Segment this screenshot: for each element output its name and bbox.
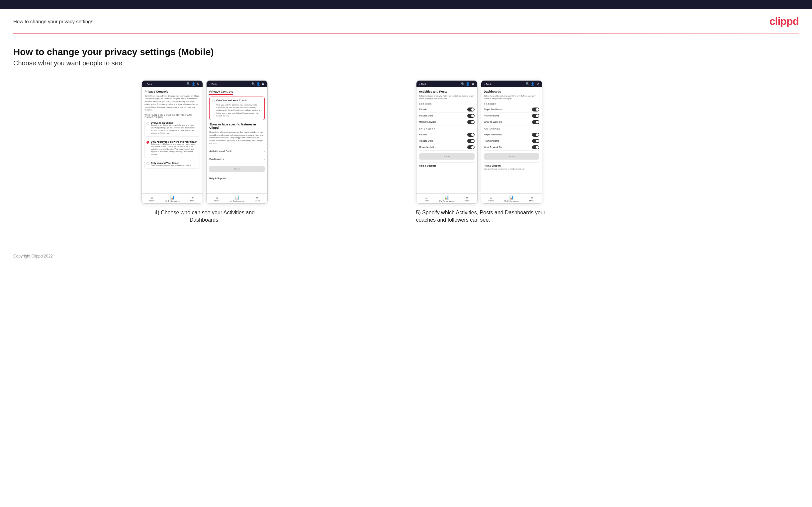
bottom-nav-perf-3[interactable]: 📊 My Performance [437, 194, 457, 204]
mockup2-topbar: ‹ Back 🔍 👤 ⚙ [207, 80, 267, 87]
search-icon-2[interactable]: 🔍 [251, 82, 255, 86]
radio-coach-title: Only You and Your Coach [151, 162, 191, 164]
mockup-groups: ‹ Back 🔍 👤 ⚙ Privacy Controls Control ho… [13, 80, 799, 224]
bottom-nav-perf-2[interactable]: 📊 My Performance [227, 194, 247, 204]
toggle-followers-roundinsights-switch[interactable] [532, 139, 539, 143]
search-icon[interactable]: 🔍 [187, 82, 190, 86]
bottom-nav-home-3[interactable]: ⌂ Home [416, 194, 437, 204]
person-icon-3[interactable]: 👤 [466, 82, 470, 86]
bottom-nav-perf-4[interactable]: 📊 My Performance [502, 194, 522, 204]
toggle-coaches-rounds[interactable]: Rounds [419, 107, 474, 113]
coaches-rounds-label: Rounds [419, 108, 427, 111]
toggle-followers-drills[interactable]: Practice Drills [419, 138, 474, 144]
show-hide-desc: Regardless of the privacy controls that … [209, 131, 265, 145]
mockup1-subsection: Who Can See Your Activities and Dashboar… [145, 114, 200, 118]
mockup3-bottom-nav: ⌂ Home 📊 My Performance ≡ Menu [416, 193, 477, 204]
radio-approved-desc: Only approved followers and coaches you … [151, 143, 198, 156]
toggle-coaches-drills-switch[interactable] [467, 114, 474, 118]
toggle-followers-manual-switch[interactable] [467, 145, 474, 149]
toggle-coaches-manual-switch[interactable] [467, 120, 474, 124]
toggle-followers-rounds[interactable]: Rounds [419, 132, 474, 138]
settings-icon-4[interactable]: ⚙ [536, 82, 539, 86]
bottom-nav-menu-label: Menu [190, 200, 195, 202]
toggle-followers-drills-switch[interactable] [467, 139, 474, 143]
caption-left: 4) Choose who can see your Activities an… [148, 209, 261, 224]
save-button-2[interactable]: Save [209, 166, 265, 172]
bottom-nav-home-4[interactable]: ⌂ Home [481, 194, 502, 204]
copyright: Copyright Clippd 2022 [13, 254, 53, 259]
coaches-label-3: COACHES [419, 103, 474, 105]
radio-circle-everyone [146, 122, 149, 125]
toggle-followers-roundinsights[interactable]: Round Insights [484, 138, 539, 144]
radio-coach-desc: Only you and the coaches you connect wit… [151, 164, 191, 167]
toggle-coaches-manual[interactable]: Manual Activities [419, 119, 474, 125]
radio-coach-only[interactable]: Only You and Your Coach Only you and the… [145, 160, 200, 169]
mockup1-body: Privacy Controls Control how you and you… [142, 87, 203, 193]
popup-radio [212, 100, 215, 102]
toggle-followers-playerdash[interactable]: Player Dashboard [484, 132, 539, 138]
back-arrow-icon-2[interactable]: ‹ [209, 82, 210, 86]
settings-icon-3[interactable]: ⚙ [471, 82, 474, 86]
nav-dashboards[interactable]: Dashboards › [209, 155, 265, 163]
page-heading: How to change your privacy settings (Mob… [13, 47, 799, 57]
toggle-coaches-whattowork-switch[interactable] [532, 120, 539, 124]
mockup3-section-title: Activities and Posts [419, 90, 474, 93]
toggle-coaches-playerdash-switch[interactable] [532, 108, 539, 111]
back-arrow-icon-4[interactable]: ‹ [484, 82, 485, 86]
toggle-followers-playerdash-switch[interactable] [532, 133, 539, 137]
bottom-nav-menu-3[interactable]: ≡ Menu [457, 194, 477, 204]
bottom-nav-home-label-2: Home [214, 200, 219, 202]
mockup-4: ‹ Back 🔍 👤 ⚙ Dashboards Select the dashb… [481, 80, 542, 204]
radio-approved[interactable]: Only Approved Followers and Your Coach O… [145, 139, 200, 158]
toggle-coaches-drills[interactable]: Practice Drills [419, 113, 474, 119]
toggle-coaches-roundinsights-switch[interactable] [532, 114, 539, 118]
toggle-followers-rounds-switch[interactable] [467, 133, 474, 137]
settings-icon-2[interactable]: ⚙ [261, 82, 265, 86]
bottom-nav-home[interactable]: ⌂ Home [142, 194, 162, 204]
settings-icon[interactable]: ⚙ [197, 82, 200, 86]
help-support-4: Help & Support [484, 162, 539, 167]
radio-everyone[interactable]: Everyone on Clippd Everyone on Clippd ca… [145, 120, 200, 136]
bottom-nav-menu-2[interactable]: ≡ Menu [247, 194, 267, 204]
back-arrow-icon-3[interactable]: ‹ [419, 82, 420, 86]
header: How to change your privacy settings clip… [0, 9, 812, 33]
person-icon-4[interactable]: 👤 [531, 82, 535, 86]
bottom-nav-menu-label-4: Menu [529, 200, 534, 202]
breadcrumb: How to change your privacy settings [13, 18, 93, 24]
followers-whattowork-label: What To Work On [484, 146, 502, 148]
menu-icon-3: ≡ [466, 195, 468, 200]
nav-activities-label: Activities and Posts [209, 150, 232, 153]
mockup1-back-label: Back [147, 83, 152, 85]
radio-everyone-title: Everyone on Clippd [151, 122, 198, 124]
bottom-nav-perf-label: My Performance [165, 200, 180, 202]
bottom-nav-home-2[interactable]: ⌂ Home [207, 194, 227, 204]
save-button-3[interactable]: Save [419, 153, 474, 160]
toggle-coaches-whattowork[interactable]: What To Work On [484, 119, 539, 125]
home-icon-3: ⌂ [425, 195, 428, 200]
help-support-desc-4: Visit our Clippd community to troublesho… [484, 168, 539, 170]
bottom-nav-menu[interactable]: ≡ Menu [182, 194, 203, 204]
footer: Copyright Clippd 2022 [0, 244, 812, 269]
person-icon-2[interactable]: 👤 [256, 82, 260, 86]
toggle-coaches-playerdash[interactable]: Player Dashboard [484, 107, 539, 113]
search-icon-3[interactable]: 🔍 [461, 82, 465, 86]
nav-activities[interactable]: Activities and Posts › [209, 147, 265, 155]
toggle-coaches-roundinsights[interactable]: Round Insights [484, 113, 539, 119]
bottom-nav-perf-label-4: My Performance [504, 200, 519, 202]
toggle-followers-whattowork-switch[interactable] [532, 145, 539, 149]
radio-circle-coach [146, 162, 149, 165]
person-icon[interactable]: 👤 [192, 82, 195, 86]
toggle-followers-whattowork[interactable]: What To Work On [484, 144, 539, 151]
home-icon-4: ⌂ [490, 195, 493, 200]
mockup-2: ‹ Back 🔍 👤 ⚙ Privacy Controls [206, 80, 268, 204]
popup-title: Only You and Your Coach [216, 99, 262, 103]
toggle-followers-manual[interactable]: Manual Activities [419, 144, 474, 151]
save-button-4[interactable]: Save [484, 153, 539, 160]
bottom-nav-home-label-3: Home [424, 200, 429, 202]
bottom-nav-menu-4[interactable]: ≡ Menu [522, 194, 542, 204]
bottom-nav-performance[interactable]: 📊 My Performance [162, 194, 182, 204]
back-arrow-icon[interactable]: ‹ [145, 82, 146, 86]
search-icon-4[interactable]: 🔍 [526, 82, 529, 86]
mockup2-back-label: Back [211, 83, 217, 85]
toggle-coaches-rounds-switch[interactable] [467, 108, 474, 111]
